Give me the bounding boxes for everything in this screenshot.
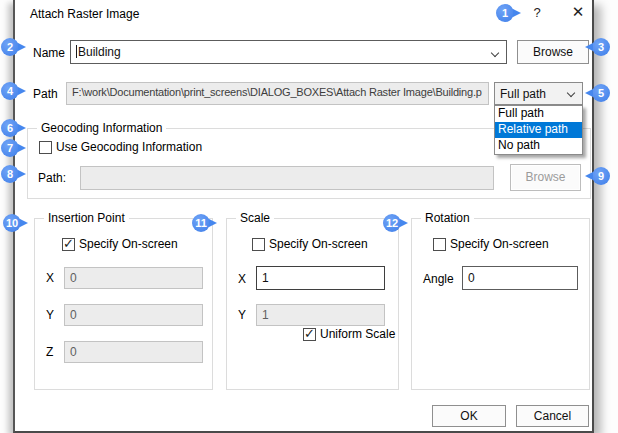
- screenshot-canvas: Attach Raster Image ? ✕ Name Building Br…: [0, 0, 618, 433]
- insertion-point-group: Insertion Point Specify On-screen X 0 Y …: [34, 218, 213, 390]
- dropdown-item-no-path[interactable]: No path: [495, 138, 582, 154]
- use-geocoding-checkbox[interactable]: Use Geocoding Information: [39, 140, 202, 154]
- geocoding-path-label: Path:: [38, 171, 66, 185]
- callout-badge-12: 12: [383, 214, 401, 232]
- insertion-z-field: 0: [64, 341, 203, 363]
- callout-badge-8: 8: [1, 165, 19, 183]
- rotation-specify-checkbox[interactable]: Specify On-screen: [433, 237, 549, 251]
- path-field: F:\work\Documentation\print_screens\DIAL…: [66, 82, 489, 105]
- path-type-dropdown-list: Full path Relative path No path: [494, 105, 583, 155]
- callout-badge-4: 4: [1, 82, 19, 100]
- callout-badge-7: 7: [1, 139, 19, 157]
- ok-button[interactable]: OK: [432, 405, 506, 427]
- angle-label: Angle: [423, 272, 454, 286]
- scale-x-field[interactable]: 1: [256, 266, 385, 290]
- rotation-specify-label: Specify On-screen: [450, 237, 549, 251]
- callout-badge-11: 11: [192, 214, 210, 232]
- angle-field[interactable]: 0: [462, 266, 578, 290]
- name-label: Name: [33, 46, 65, 60]
- checkbox-box[interactable]: [39, 141, 52, 154]
- geocoding-path-field: [80, 166, 494, 190]
- checkbox-box[interactable]: [62, 238, 75, 251]
- name-browse-button[interactable]: Browse: [517, 40, 589, 64]
- use-geocoding-label: Use Geocoding Information: [56, 140, 202, 154]
- path-type-value: Full path: [500, 87, 546, 101]
- checkbox-box[interactable]: [252, 238, 265, 251]
- name-combobox[interactable]: Building: [70, 40, 507, 64]
- insertion-specify-label: Specify On-screen: [79, 237, 178, 251]
- insertion-y-label: Y: [46, 308, 54, 322]
- scale-specify-checkbox[interactable]: Specify On-screen: [252, 237, 368, 251]
- callout-badge-9: 9: [592, 167, 610, 185]
- insertion-x-label: X: [46, 271, 54, 285]
- dropdown-item-full-path[interactable]: Full path: [495, 106, 582, 122]
- insertion-y-field: 0: [64, 304, 203, 326]
- close-icon[interactable]: ✕: [567, 3, 589, 23]
- path-label: Path: [33, 87, 58, 101]
- geocoding-group-title: Geocoding Information: [37, 121, 166, 135]
- geocoding-browse-button: Browse: [510, 164, 581, 191]
- insertion-point-title: Insertion Point: [44, 211, 129, 225]
- text-caret: [76, 45, 77, 58]
- scale-title: Scale: [236, 211, 274, 225]
- checkbox-box[interactable]: [433, 238, 446, 251]
- callout-badge-1: 1: [496, 4, 514, 22]
- callout-badge-5: 5: [592, 84, 610, 102]
- callout-badge-3: 3: [592, 38, 610, 56]
- path-type-combobox[interactable]: Full path: [494, 82, 583, 105]
- uniform-scale-label: Uniform Scale: [320, 327, 395, 341]
- scale-x-label: X: [238, 272, 246, 286]
- insertion-specify-checkbox[interactable]: Specify On-screen: [62, 237, 178, 251]
- attach-raster-image-dialog: Attach Raster Image ? ✕ Name Building Br…: [13, 0, 594, 433]
- help-icon[interactable]: ?: [529, 5, 545, 23]
- callout-badge-10: 10: [3, 214, 21, 232]
- insertion-z-label: Z: [46, 345, 53, 359]
- callout-badge-2: 2: [1, 38, 19, 56]
- scale-y-field: 1: [256, 304, 385, 326]
- rotation-title: Rotation: [421, 211, 474, 225]
- insertion-x-field: 0: [64, 267, 203, 289]
- chevron-down-icon: [491, 49, 499, 57]
- name-value: Building: [78, 45, 121, 59]
- rotation-group: Rotation Specify On-screen Angle 0: [411, 218, 590, 390]
- uniform-scale-checkbox[interactable]: Uniform Scale: [303, 327, 395, 341]
- scale-group: Scale Specify On-screen X 1 Y 1 Uniform …: [226, 218, 399, 390]
- callout-badge-6: 6: [1, 119, 19, 137]
- chevron-down-icon: [567, 89, 575, 97]
- scale-specify-label: Specify On-screen: [269, 237, 368, 251]
- cancel-button[interactable]: Cancel: [516, 405, 589, 427]
- dropdown-item-relative-path[interactable]: Relative path: [495, 122, 582, 138]
- checkbox-box[interactable]: [303, 328, 316, 341]
- dialog-title: Attach Raster Image: [30, 7, 139, 21]
- scale-y-label: Y: [238, 308, 246, 322]
